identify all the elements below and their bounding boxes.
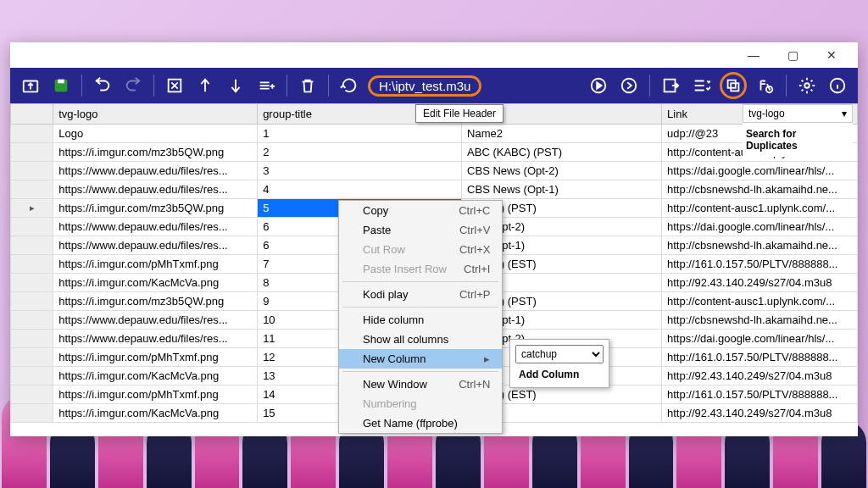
cell-link[interactable]: http://92.43.140.249/s27/04.m3u8 (662, 274, 858, 292)
duplicate-icon[interactable] (724, 76, 743, 95)
clear-cell-icon[interactable] (163, 74, 186, 97)
cell-tvg-logo[interactable]: https://www.depauw.edu/files/res... (53, 311, 258, 330)
context-menu-item[interactable]: Show all columns (339, 330, 502, 349)
info-icon[interactable] (826, 74, 849, 97)
cell-link[interactable]: https://dai.google.com/linear/hls/... (662, 330, 858, 348)
search-duplicates-link[interactable]: Search for Duplicates (743, 123, 853, 157)
undo-icon[interactable] (91, 74, 114, 97)
row-header[interactable] (11, 348, 53, 367)
table-row[interactable]: https://i.imgur.com/mz3b5QW.png 2 ABC (K… (11, 143, 858, 162)
row-header[interactable] (11, 367, 53, 385)
cell-link[interactable]: http://161.0.157.50/PLTV/888888... (662, 348, 858, 367)
row-header[interactable] (11, 236, 53, 255)
new-column-submenu: catchup Add Column (509, 339, 609, 388)
cell-link[interactable]: http://161.0.157.50/PLTV/888888... (662, 255, 858, 274)
cell-tvg-logo[interactable]: https://www.depauw.edu/files/res... (53, 162, 258, 180)
settings-icon[interactable] (795, 74, 819, 97)
context-menu-item[interactable]: Hide column (339, 310, 502, 330)
maximize-button[interactable]: ▢ (773, 42, 812, 68)
row-header[interactable] (11, 385, 53, 404)
context-menu-item[interactable]: Get Name (ffprobe) (339, 413, 502, 433)
next-circle-icon[interactable] (617, 74, 641, 97)
cell-tvg-logo[interactable]: https://i.imgur.com/KacMcVa.png (53, 404, 258, 423)
cell-tvg-logo[interactable]: https://i.imgur.com/KacMcVa.png (53, 274, 258, 292)
cell-link[interactable]: http://92.43.140.249/s27/04.m3u8 (662, 404, 858, 423)
cell-name2[interactable]: CBS News (Opt-2) (462, 162, 662, 180)
cell-link[interactable]: http://92.43.140.249/s27/04.m3u8 (662, 367, 858, 385)
table-row[interactable]: Logo 1 Name2 udp://@23 (11, 125, 858, 143)
side-panel: tvg-logo▾ Search for Duplicates (743, 104, 853, 157)
save-icon[interactable] (49, 74, 73, 97)
cell-tvg-logo[interactable]: https://www.depauw.edu/files/res... (53, 180, 258, 199)
cell-tvg-logo[interactable]: https://i.imgur.com/pMhTxmf.png (53, 385, 258, 404)
open-icon[interactable] (19, 74, 42, 97)
cell-link[interactable]: http://cbsnewshd-lh.akamaihd.ne... (662, 311, 858, 330)
delete-icon[interactable] (296, 74, 320, 97)
cell-name2[interactable]: Name2 (462, 125, 662, 143)
context-menu-item: Paste Insert RowCtrl+I (339, 259, 502, 279)
cell-tvg-logo[interactable]: https://i.imgur.com/pMhTxmf.png (53, 255, 258, 274)
export-icon[interactable] (659, 74, 682, 97)
row-header[interactable] (11, 125, 53, 143)
row-header[interactable] (11, 311, 53, 330)
move-down-icon[interactable] (224, 74, 248, 97)
cell-link[interactable]: http://content-ausc1.uplynk.com/... (662, 292, 858, 311)
move-up-icon[interactable] (193, 74, 217, 97)
context-menu-item[interactable]: Kodi playCtrl+P (339, 285, 502, 304)
cell-tvg-logo[interactable]: https://www.depauw.edu/files/res... (53, 236, 258, 255)
add-row-icon[interactable] (254, 74, 278, 97)
redo-icon[interactable] (121, 74, 145, 97)
context-menu-item[interactable]: CopyCtrl+C (339, 201, 502, 220)
context-menu-item[interactable]: PasteCtrl+V (339, 220, 502, 240)
row-header[interactable] (11, 143, 53, 162)
cell-link[interactable]: http://cbsnewshd-lh.akamaihd.ne... (662, 180, 858, 199)
cell-link[interactable]: http://161.0.157.50/PLTV/888888... (662, 385, 858, 404)
context-menu-item: Cut RowCtrl+X (339, 240, 502, 259)
row-header[interactable] (11, 330, 53, 348)
toolbar: H:\iptv_test.m3u (10, 68, 858, 103)
row-header[interactable] (11, 180, 53, 199)
row-header[interactable] (11, 404, 53, 423)
svg-rect-2 (58, 80, 64, 84)
list-check-icon[interactable] (689, 74, 713, 97)
cell-link[interactable]: http://content-ausc1.uplynk.com/... (662, 199, 858, 218)
app-window: — ▢ ✕ H:\iptv_test.m3u Edit File Header (10, 42, 858, 436)
context-menu-item[interactable]: New Column (339, 349, 502, 369)
column-header-selector[interactable] (11, 104, 53, 125)
cell-tvg-logo[interactable]: https://i.imgur.com/KacMcVa.png (53, 367, 258, 385)
cell-name2[interactable]: ABC (KABC) (PST) (462, 143, 662, 162)
play-circle-icon[interactable] (587, 74, 610, 97)
find-replace-icon[interactable] (754, 74, 777, 97)
new-column-select[interactable]: catchup (515, 345, 604, 363)
column-dropdown[interactable]: tvg-logo▾ (743, 104, 853, 123)
row-header[interactable] (11, 255, 53, 274)
row-header[interactable]: ▸ (11, 199, 53, 218)
row-header[interactable] (11, 274, 53, 292)
cell-group-title[interactable]: 4 (258, 180, 462, 199)
cell-link[interactable]: http://cbsnewshd-lh.akamaihd.ne... (662, 236, 858, 255)
close-button[interactable]: ✕ (812, 42, 851, 68)
column-header-tvg-logo[interactable]: tvg-logo (53, 104, 258, 125)
row-header[interactable] (11, 218, 53, 236)
cell-name2[interactable]: CBS News (Opt-1) (462, 180, 662, 199)
row-header[interactable] (11, 292, 53, 311)
cell-tvg-logo[interactable]: https://www.depauw.edu/files/res... (53, 218, 258, 236)
reload-icon[interactable] (337, 74, 361, 97)
cell-tvg-logo[interactable]: https://www.depauw.edu/files/res... (53, 330, 258, 348)
cell-group-title[interactable]: 1 (258, 125, 462, 143)
cell-tvg-logo[interactable]: Logo (53, 125, 258, 143)
minimize-button[interactable]: — (734, 42, 773, 68)
cell-tvg-logo[interactable]: https://i.imgur.com/mz3b5QW.png (53, 143, 258, 162)
add-column-button[interactable]: Add Column (515, 363, 604, 382)
cell-group-title[interactable]: 3 (258, 162, 462, 180)
table-row[interactable]: https://www.depauw.edu/files/res... 3 CB… (11, 162, 858, 180)
cell-tvg-logo[interactable]: https://i.imgur.com/pMhTxmf.png (53, 348, 258, 367)
cell-group-title[interactable]: 2 (258, 143, 462, 162)
cell-tvg-logo[interactable]: https://i.imgur.com/mz3b5QW.png (53, 199, 258, 218)
context-menu-item[interactable]: New WindowCtrl+N (339, 374, 502, 394)
cell-link[interactable]: https://dai.google.com/linear/hls/... (662, 218, 858, 236)
cell-tvg-logo[interactable]: https://i.imgur.com/mz3b5QW.png (53, 292, 258, 311)
table-row[interactable]: https://www.depauw.edu/files/res... 4 CB… (11, 180, 858, 199)
cell-link[interactable]: https://dai.google.com/linear/hls/... (662, 162, 858, 180)
row-header[interactable] (11, 162, 53, 180)
